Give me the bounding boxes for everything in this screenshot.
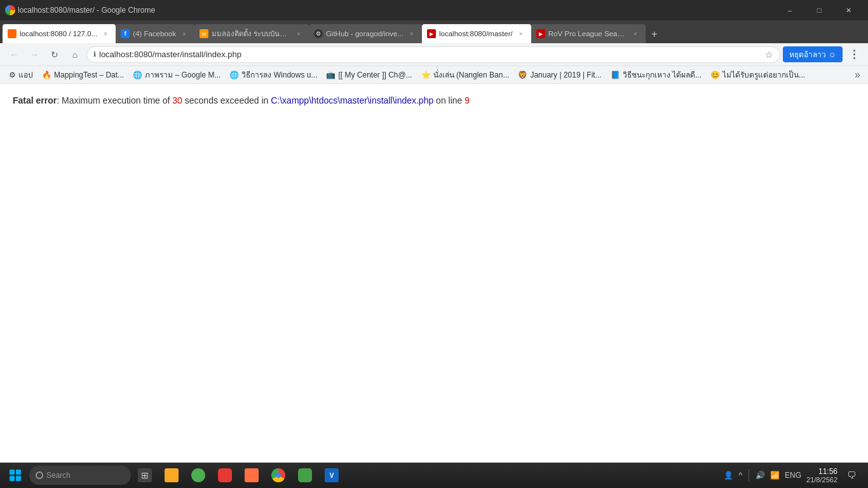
bookmark-maps-label: ภาพราม – Google M... xyxy=(145,69,220,81)
globe-icon-2: 🌐 xyxy=(229,71,239,79)
tab5-favicon: ▶ xyxy=(427,29,436,38)
menu-dot-2 xyxy=(853,53,855,55)
page-content: Fatal error: Maximum execution time of 3… xyxy=(0,84,868,463)
tab4-favicon: ⚙ xyxy=(314,29,323,38)
star-icon: ⭐ xyxy=(421,71,431,79)
bookmark-windows[interactable]: 🌐 วิธีการลง Windows u... xyxy=(226,67,321,82)
nav-right: หยุดอ้าลาว ☺ xyxy=(783,46,863,64)
tab-facebook[interactable]: f (4) Facebook × xyxy=(116,24,194,43)
new-tab-button[interactable]: + xyxy=(646,25,663,43)
tab1-close[interactable]: × xyxy=(100,29,111,39)
chrome-menu-button[interactable] xyxy=(845,46,863,64)
error-label: Fatal error xyxy=(13,95,57,105)
home-button[interactable]: ⌂ xyxy=(66,46,84,64)
lion-icon: 🦁 xyxy=(518,71,527,79)
tab-rov[interactable]: ▶ RoV Pro League Season... × xyxy=(531,24,646,43)
tab-master[interactable]: ▶ localhost:8080/master/ × xyxy=(422,24,531,43)
bookmark-january[interactable]: 🦁 January | 2019 | Fit... xyxy=(514,69,605,81)
tab1-label: localhost:8080 / 127.0... xyxy=(20,30,97,37)
titlebar: localhost:8080/master/ - Google Chrome –… xyxy=(0,0,868,20)
titlebar-left: localhost:8080/master/ - Google Chrome xyxy=(5,5,155,15)
maximize-button[interactable]: □ xyxy=(804,0,834,20)
tab6-label: RoV Pro League Season... xyxy=(548,30,627,37)
bookmark-apps[interactable]: ⚙ แอป xyxy=(5,67,37,82)
back-button[interactable]: ← xyxy=(5,46,23,64)
titlebar-title: localhost:8080/master/ - Google Chrome xyxy=(18,6,155,15)
bookmarks-bar: ⚙ แอป 🔥 MappingTest – Dat... 🌐 ภาพราม – … xyxy=(0,66,868,84)
bookmark-windows-label: วิธีการลง Windows u... xyxy=(241,69,317,81)
tab-github[interactable]: ⚙ GitHub - goragod/inve... × xyxy=(309,24,422,43)
apps-icon: ⚙ xyxy=(9,71,16,79)
tab3-favicon: W xyxy=(200,29,208,38)
bookmark-mappingtest[interactable]: 🔥 MappingTest – Dat... xyxy=(38,69,128,81)
menu-dot-1 xyxy=(853,50,855,51)
tab2-close[interactable]: × xyxy=(179,29,189,39)
tab2-favicon: f xyxy=(121,29,130,38)
error-seconds: 30 xyxy=(172,95,182,105)
bookmark-victory-label: วิธีชนะกุกเหาง ได้ผลดี... xyxy=(623,69,702,81)
bookmark-nanglen[interactable]: ⭐ นั่งเล่น (Nanglen Ban... xyxy=(417,67,513,82)
fire-icon: 🔥 xyxy=(42,71,51,79)
tab5-close[interactable]: × xyxy=(516,29,526,39)
secure-icon: ℹ xyxy=(93,50,96,58)
error-paragraph: Fatal error: Maximum execution time of 3… xyxy=(13,93,855,107)
minimize-button[interactable]: – xyxy=(775,0,804,20)
tab2-label: (4) Facebook xyxy=(133,30,176,37)
bookmark-mappingtest-label: MappingTest – Dat... xyxy=(54,71,124,79)
bookmark-star-icon[interactable]: ☆ xyxy=(765,50,773,60)
close-button[interactable]: ✕ xyxy=(834,0,863,20)
error-msg2: seconds exceeded in xyxy=(182,95,271,105)
globe-icon-1: 🌐 xyxy=(133,71,142,79)
menu-dot-3 xyxy=(853,57,855,59)
smile-icon: 😊 xyxy=(710,71,720,79)
bookmark-mycenter[interactable]: 📺 [[ My Center ]] Ch@... xyxy=(322,69,416,81)
tab6-close[interactable]: × xyxy=(630,29,641,39)
tab-bar: localhost:8080 / 127.0... × f (4) Facebo… xyxy=(0,20,868,43)
address-bar[interactable]: ℹ localhost:8080/master/install/index.ph… xyxy=(86,46,780,63)
tab3-close[interactable]: × xyxy=(294,29,304,39)
error-msg3: on line xyxy=(433,95,465,105)
bookmark-google-maps[interactable]: 🌐 ภาพราม – Google M... xyxy=(129,67,224,82)
forward-button[interactable]: → xyxy=(25,46,43,64)
reload-button[interactable]: ↻ xyxy=(46,46,64,64)
bookmark-victory[interactable]: 📘 วิธีชนะกุกเหาง ได้ผลดี... xyxy=(607,67,705,82)
error-msg1: Maximum execution time of xyxy=(59,95,172,105)
tab-thai[interactable]: W มมลองติดตั้ง ระบบบันทึก... × xyxy=(194,24,309,43)
tv-icon: 📺 xyxy=(326,71,336,79)
error-path: C:\xampp\htdocs\master\install\index.php xyxy=(271,95,433,105)
tab1-favicon xyxy=(8,29,17,38)
tab-localhost-8080[interactable]: localhost:8080 / 127.0... × xyxy=(3,24,116,43)
tab4-label: GitHub - goragod/inve... xyxy=(326,30,403,37)
chrome-logo-icon xyxy=(5,5,15,15)
bookmark-last-label: ไม่ได้รับตรูแต่อยากเป็น... xyxy=(722,69,805,81)
bookmark-mycenter-label: [[ My Center ]] Ch@... xyxy=(338,71,412,79)
nav-bar: ← → ↻ ⌂ ℹ localhost:8080/master/install/… xyxy=(0,43,868,66)
bookmark-january-label: January | 2019 | Fit... xyxy=(530,71,601,79)
bookmarks-more-button[interactable]: » xyxy=(852,68,863,82)
tab6-favicon: ▶ xyxy=(536,29,545,38)
bookmark-last[interactable]: 😊 ไม่ได้รับตรูแต่อยากเป็น... xyxy=(707,67,809,82)
titlebar-controls: – □ ✕ xyxy=(775,0,863,20)
tab5-label: localhost:8080/master/ xyxy=(439,30,513,37)
error-line: 9 xyxy=(465,95,470,105)
tab3-label: มมลองติดตั้ง ระบบบันทึก... xyxy=(212,28,290,39)
user-profile-button[interactable]: หยุดอ้าลาว ☺ xyxy=(783,46,843,62)
tab4-close[interactable]: × xyxy=(407,29,417,39)
book-icon: 📘 xyxy=(611,71,620,79)
bookmark-apps-label: แอป xyxy=(18,69,33,81)
bookmark-nanglen-label: นั่งเล่น (Nanglen Ban... xyxy=(433,69,510,81)
address-text: localhost:8080/master/install/index.php xyxy=(99,50,762,59)
